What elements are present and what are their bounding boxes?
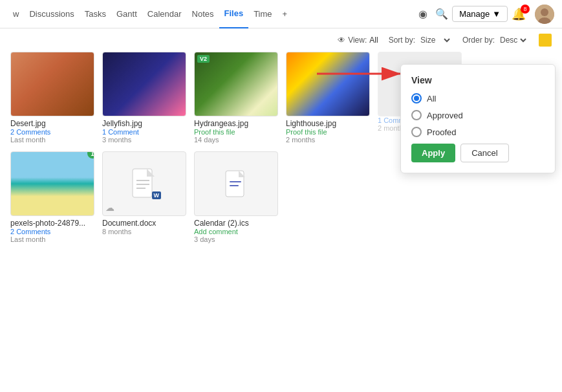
view-group: 👁 View: All (338, 36, 378, 45)
order-label: Order by: (462, 36, 495, 45)
view-dropdown: View All Approved Proofed Apply Cancel (400, 64, 556, 173)
file-thumbnail: V2 (194, 52, 278, 116)
v2-badge: V2 (197, 55, 210, 63)
apply-button[interactable]: Apply (411, 144, 455, 162)
list-item[interactable]: 1 pexels-photo-24879... 2 Comments Last … (10, 151, 94, 243)
files-toolbar: 👁 View: All Sort by: Size Name Date Orde… (0, 28, 562, 52)
radio-all-label: All (427, 94, 436, 103)
list-item[interactable]: W ☁ Document.docx 8 months (102, 151, 186, 243)
file-meta: Proof this file (194, 128, 278, 136)
view-value[interactable]: All (369, 36, 378, 45)
docx-icon-container: W (131, 152, 157, 215)
svg-rect-12 (230, 185, 239, 186)
nav-item-discussions[interactable]: Discussions (24, 0, 79, 28)
file-meta: 1 Comment (102, 128, 186, 136)
eye-icon: 👁 (338, 36, 345, 45)
list-item[interactable]: Desert.jpg 2 Comments Last month (10, 52, 94, 144)
file-name: Lighthouse.jpg (286, 119, 370, 128)
file-time: 2 months (286, 136, 370, 144)
user-avatar[interactable] (535, 5, 554, 24)
file-thumbnail (102, 52, 186, 116)
file-time: 14 days (194, 136, 278, 144)
file-meta: Proof this file (286, 128, 370, 136)
file-name: Calendar (2).ics (194, 219, 278, 228)
file-time: Last month (10, 235, 94, 243)
clock-icon[interactable]: ◉ (418, 8, 427, 20)
sort-select[interactable]: Size Name Date (418, 35, 452, 45)
cloud-icon: ☁ (105, 202, 114, 213)
file-meta: Add comment (194, 228, 278, 235)
chevron-down-icon: ▼ (492, 9, 501, 19)
top-navigation: w Discussions Tasks Gantt Calendar Notes… (0, 0, 562, 28)
dropdown-actions: Apply Cancel (411, 144, 545, 162)
file-thumbnail: 1 (10, 151, 94, 216)
ics-icon-container (224, 152, 248, 215)
file-thumbnail: W ☁ (102, 151, 186, 216)
svg-rect-11 (230, 181, 241, 182)
file-name: Document.docx (102, 219, 186, 228)
radio-proofed-label: Proofed (427, 127, 457, 137)
file-meta: 2 Comments (10, 228, 94, 235)
file-meta: 2 Comments (10, 128, 94, 136)
file-svg (224, 169, 248, 198)
order-select[interactable]: Desc Asc (497, 35, 528, 45)
nav-item-w[interactable]: w (8, 0, 24, 28)
radio-approved-circle (411, 110, 422, 120)
list-item[interactable]: Calendar (2).ics Add comment 3 days (194, 151, 278, 243)
order-group: Order by: Desc Asc (462, 35, 528, 45)
file-thumbnail (10, 52, 94, 116)
file-name: pexels-photo-24879... (10, 219, 94, 228)
svg-point-1 (541, 8, 548, 16)
file-thumbnail (194, 151, 278, 216)
view-label: View: (348, 36, 367, 45)
radio-all-inner (414, 96, 419, 101)
num-badge: 1 (87, 151, 94, 158)
radio-option-proofed[interactable]: Proofed (411, 127, 545, 137)
radio-option-approved[interactable]: Approved (411, 110, 545, 120)
file-time: Last month (10, 136, 94, 144)
nav-item-files[interactable]: Files (219, 0, 249, 28)
file-name: Desert.jpg (10, 119, 94, 128)
sort-label: Sort by: (389, 36, 415, 45)
radio-approved-label: Approved (427, 111, 463, 120)
file-time: 3 days (194, 235, 278, 243)
notification-badge: 8 (521, 5, 530, 14)
w-badge: W (152, 191, 162, 199)
sort-group: Sort by: Size Name Date (389, 35, 452, 45)
list-item[interactable]: V2 Hydrangeas.jpg Proof this file 14 day… (194, 52, 278, 144)
search-icon[interactable]: 🔍 (435, 8, 448, 20)
file-name: Jellyfish.jpg (102, 119, 186, 128)
radio-option-all[interactable]: All (411, 93, 545, 103)
list-item[interactable]: Jellyfish.jpg 1 Comment 3 months (102, 52, 186, 144)
nav-item-calendar[interactable]: Calendar (142, 0, 187, 28)
nav-item-add[interactable]: + (277, 0, 293, 28)
nav-item-time[interactable]: Time (248, 0, 277, 28)
file-time: 8 months (102, 228, 186, 235)
radio-proofed-circle (411, 127, 422, 137)
file-name: Hydrangeas.jpg (194, 119, 278, 128)
cancel-button[interactable]: Cancel (460, 144, 508, 162)
file-time: 3 months (102, 136, 186, 144)
yellow-note-icon[interactable] (539, 34, 552, 47)
nav-item-tasks[interactable]: Tasks (80, 0, 111, 28)
notification-button[interactable]: 🔔 8 (512, 7, 526, 21)
radio-all-circle (411, 93, 422, 103)
manage-button[interactable]: Manage ▼ (452, 6, 508, 22)
dropdown-title: View (411, 75, 545, 85)
nav-item-gantt[interactable]: Gantt (111, 0, 142, 28)
nav-item-notes[interactable]: Notes (187, 0, 219, 28)
red-arrow-indicator (310, 61, 414, 89)
